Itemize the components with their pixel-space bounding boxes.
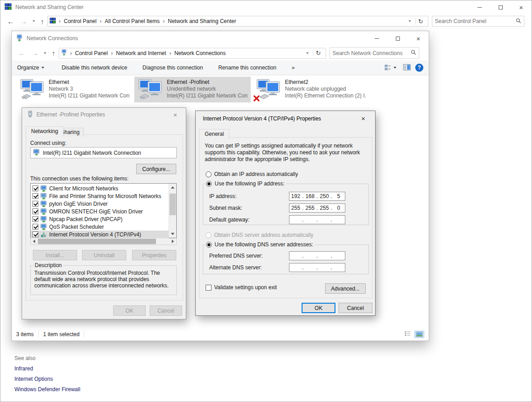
- advanced-button[interactable]: Advanced...: [325, 283, 366, 294]
- checkbox-checked-icon[interactable]: [32, 208, 38, 214]
- main-search-input[interactable]: [435, 18, 516, 24]
- up-icon[interactable]: ↑: [37, 18, 47, 25]
- tab-general[interactable]: General: [199, 129, 229, 139]
- help-icon[interactable]: ?: [415, 64, 423, 72]
- link-internet-options[interactable]: Internet Options: [14, 376, 53, 382]
- tile-ethernet-profinet[interactable]: Ethernet -Profinet Unidentified network …: [134, 77, 251, 102]
- refresh-icon[interactable]: ↻: [415, 18, 426, 25]
- radio-selected-icon[interactable]: [206, 181, 212, 187]
- scroll-down-icon[interactable]: [169, 230, 176, 238]
- crumb-all-items[interactable]: All Control Panel Items: [105, 18, 160, 24]
- tile-name: Ethernet -Profinet: [167, 79, 248, 86]
- checkbox-checked-icon[interactable]: [32, 231, 38, 237]
- crumb-network-connections[interactable]: Network Connections: [174, 50, 226, 56]
- cancel-button[interactable]: Cancel: [339, 303, 372, 313]
- history-chevron-icon[interactable]: [32, 20, 35, 22]
- scrollbar-thumb[interactable]: [170, 194, 176, 215]
- preferred-dns-field[interactable]: [289, 251, 345, 260]
- crumb-nsc[interactable]: Network and Sharing Center: [168, 18, 236, 24]
- toolbar-diagnose-connection[interactable]: Diagnose this connection: [142, 65, 203, 71]
- subnet-mask-field[interactable]: 255 255 255 0: [289, 203, 345, 213]
- checkbox-checked-icon[interactable]: [32, 193, 38, 199]
- history-chevron-icon[interactable]: [44, 52, 46, 54]
- checkbox-unchecked-icon[interactable]: [206, 285, 211, 291]
- minimize-icon[interactable]: [367, 31, 387, 46]
- radio-use-ip[interactable]: Use the following IP address:: [205, 180, 286, 187]
- tab-networking[interactable]: Networking: [26, 126, 64, 136]
- configure-button[interactable]: Configure...: [136, 164, 176, 174]
- uninstall-button[interactable]: Uninstall: [82, 250, 126, 260]
- checkbox-checked-icon[interactable]: [32, 216, 38, 222]
- statusbar-list-view-icon[interactable]: [404, 331, 411, 337]
- back-icon[interactable]: ←: [4, 18, 17, 25]
- tile-ethernet[interactable]: Ethernet Network 3 Intel(R) I211 Gigabit…: [16, 77, 133, 102]
- address-dropdown-icon[interactable]: [306, 52, 309, 54]
- list-item-selected[interactable]: Internet Protocol Version 4 (TCP/IPv4): [31, 231, 169, 238]
- checkbox-checked-icon[interactable]: [32, 201, 38, 207]
- forward-icon[interactable]: →: [17, 18, 30, 25]
- search-icon[interactable]: [411, 50, 416, 56]
- checkbox-checked-icon[interactable]: [32, 185, 38, 191]
- vertical-scrollbar[interactable]: [169, 184, 176, 238]
- scroll-left-icon[interactable]: [31, 238, 37, 245]
- toolbar-rename-connection[interactable]: Rename this connection: [218, 65, 276, 71]
- list-item[interactable]: OMRON SENTECH GigE Vision Driver: [31, 208, 169, 215]
- horizontal-scrollbar[interactable]: [30, 238, 177, 245]
- list-item[interactable]: pylon GigE Vision Driver: [31, 200, 169, 208]
- close-icon[interactable]: ×: [408, 31, 429, 46]
- maximize-icon[interactable]: [387, 31, 408, 46]
- radio-icon[interactable]: [206, 171, 211, 177]
- close-icon[interactable]: ×: [358, 114, 369, 123]
- back-icon[interactable]: ←: [15, 49, 28, 57]
- address-dropdown-icon[interactable]: [408, 20, 411, 22]
- close-icon[interactable]: ×: [170, 110, 181, 120]
- minimize-icon[interactable]: [469, 0, 490, 14]
- alternate-dns-field[interactable]: [289, 263, 345, 272]
- link-windows-defender-firewall[interactable]: Windows Defender Firewall: [14, 386, 80, 393]
- list-item[interactable]: File and Printer Sharing for Microsoft N…: [31, 192, 169, 200]
- statusbar-thumbnail-view-icon[interactable]: [414, 331, 424, 338]
- validate-checkbox-row[interactable]: Validate settings upon exit: [206, 284, 277, 291]
- details-view-icon[interactable]: [385, 65, 399, 71]
- default-gateway-field[interactable]: [289, 215, 345, 224]
- main-breadcrumb[interactable]: › Control Panel › All Control Panel Item…: [47, 16, 428, 27]
- properties-button[interactable]: Properties: [132, 250, 176, 260]
- forward-icon[interactable]: →: [28, 49, 41, 57]
- search-icon[interactable]: [516, 18, 521, 25]
- organize-menu[interactable]: Organize: [17, 65, 46, 71]
- up-icon[interactable]: ↑: [49, 49, 59, 57]
- scrollbar-thumb[interactable]: [38, 239, 156, 244]
- tile-ethernet2[interactable]: Ethernet2 Network cable unplugged Intel(…: [252, 77, 369, 102]
- radio-use-dns[interactable]: Use the following DNS server addresses:: [205, 241, 315, 248]
- scroll-up-icon[interactable]: [169, 184, 176, 191]
- ok-button[interactable]: OK: [113, 305, 146, 316]
- ip-address-field[interactable]: 192 168 250 5: [289, 192, 345, 201]
- link-infrared[interactable]: Infrared: [14, 365, 33, 372]
- refresh-icon[interactable]: ↻: [313, 50, 324, 56]
- preview-pane-icon[interactable]: [403, 64, 411, 72]
- connections-search-input[interactable]: [333, 50, 411, 56]
- protocol-listbox[interactable]: Client for Microsoft Networks File and P…: [30, 183, 177, 238]
- ok-button[interactable]: OK: [302, 303, 335, 313]
- checkbox-checked-icon[interactable]: [32, 224, 38, 230]
- cancel-button[interactable]: Cancel: [150, 305, 182, 316]
- list-item[interactable]: Npcap Packet Driver (NPCAP): [31, 215, 169, 223]
- connections-breadcrumb[interactable]: › Control Panel › Network and Internet ›…: [59, 48, 326, 59]
- toolbar-overflow-chevron[interactable]: »: [292, 65, 295, 71]
- toolbar-disable-device[interactable]: Disable this network device: [62, 65, 127, 71]
- connections-search[interactable]: [330, 47, 419, 59]
- close-icon[interactable]: ×: [511, 0, 532, 14]
- list-item[interactable]: Client for Microsoft Networks: [31, 185, 169, 192]
- adapter-field: Intel(R) I211 Gigabit Network Connection: [30, 147, 177, 158]
- crumb-control-panel[interactable]: Control Panel: [64, 18, 97, 24]
- crumb-control-panel[interactable]: Control Panel: [75, 50, 108, 56]
- scroll-right-icon[interactable]: [170, 238, 176, 245]
- octet-separator: [330, 264, 332, 271]
- crumb-network-internet[interactable]: Network and Internet: [116, 50, 166, 56]
- maximize-icon[interactable]: [490, 0, 511, 14]
- main-search[interactable]: [432, 16, 524, 27]
- radio-obtain-ip[interactable]: Obtain an IP address automatically: [206, 171, 298, 177]
- radio-selected-icon[interactable]: [206, 242, 212, 248]
- list-item[interactable]: QoS Packet Scheduler: [31, 223, 169, 231]
- install-button[interactable]: Install...: [33, 250, 77, 260]
